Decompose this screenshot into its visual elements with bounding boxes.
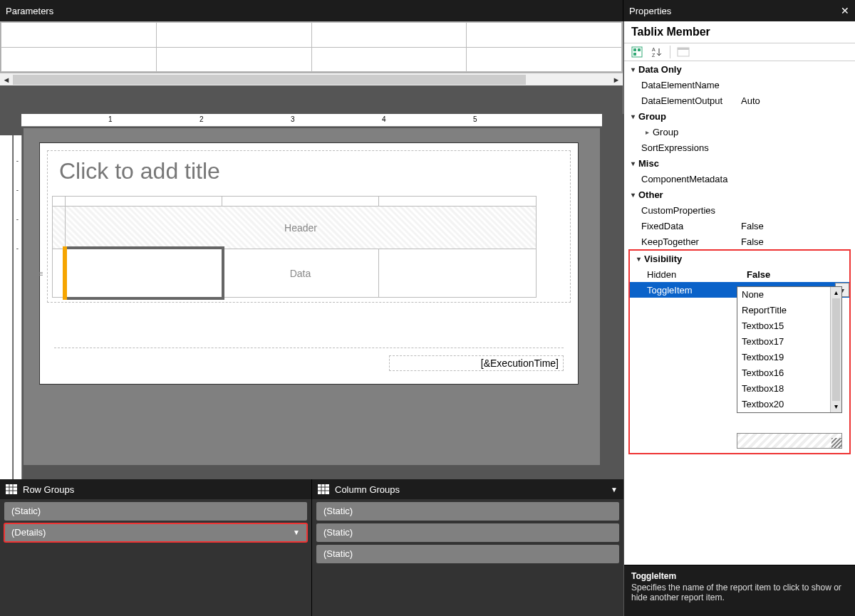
row-group-item-details[interactable]: (Details) ▼ [4, 523, 307, 542]
parameters-pane: ◄ ► [0, 21, 623, 114]
column-group-item[interactable]: (Static) [316, 523, 619, 542]
parameters-scrollbar[interactable]: ◄ ► [0, 73, 623, 85]
dropdown-option[interactable]: ReportTitle [737, 303, 841, 318]
prop-row-group[interactable]: ▸Group [624, 124, 855, 140]
scroll-thumb[interactable] [832, 298, 840, 401]
properties-header: Properties ✕ [623, 0, 855, 21]
svg-text:A: A [652, 47, 656, 52]
row-group-item[interactable]: (Static) [4, 502, 307, 521]
scroll-right-icon[interactable]: ► [610, 73, 623, 86]
tablix-selected-cell[interactable] [66, 249, 222, 298]
dropdown-option[interactable]: None [737, 287, 841, 303]
report-page[interactable]: Click to add title Header ≡ Data [39, 142, 579, 385]
property-description-name: ToggleItem [631, 571, 848, 581]
groups-pane: Row Groups (Static) (Details) ▼ Column G… [0, 479, 623, 616]
ruler-num: 3 [291, 115, 295, 123]
resize-grip-icon[interactable] [831, 438, 841, 448]
design-surface[interactable]: 1 2 3 4 5 -- -- Click to add title Heade… [0, 114, 623, 479]
row-group-label: (Static) [11, 502, 41, 521]
properties-toolbar: AZ [624, 43, 855, 61]
category-data-only[interactable]: ▾Data Only [624, 61, 855, 77]
property-description-text: Specifies the name of the report item to… [631, 583, 841, 602]
chevron-down-icon[interactable]: ▼ [293, 523, 300, 542]
horizontal-ruler: 1 2 3 4 5 [21, 114, 602, 127]
row-group-label: (Details) [11, 523, 46, 542]
dropdown-scrollbar[interactable]: ▴ ▾ [830, 287, 841, 412]
dropdown-option[interactable]: Textbox20 [737, 397, 841, 412]
column-groups-title: Column Groups [335, 484, 400, 495]
svg-rect-11 [633, 48, 636, 51]
table-icon [318, 484, 329, 494]
column-groups-pane: Column Groups ▼ (Static) (Static) (Stati… [311, 479, 623, 616]
svg-rect-13 [633, 53, 636, 56]
svg-rect-5 [318, 484, 329, 494]
column-group-item[interactable]: (Static) [316, 502, 619, 521]
toggleitem-value-editor[interactable] [737, 433, 842, 449]
parameters-header: Parameters [0, 0, 623, 21]
scroll-down-icon[interactable]: ▾ [831, 401, 841, 412]
category-visibility[interactable]: ▾Visibility [630, 251, 849, 266]
row-groups-pane: Row Groups (Static) (Details) ▼ [0, 479, 311, 616]
chevron-down-icon[interactable]: ▼ [611, 486, 618, 494]
ruler-num: 5 [473, 115, 477, 123]
prop-row-dataelementname[interactable]: DataElementName [624, 77, 855, 93]
dropdown-option[interactable]: Textbox17 [737, 334, 841, 350]
dropdown-option[interactable]: Textbox18 [737, 381, 841, 397]
properties-title: Properties [629, 6, 671, 16]
svg-rect-12 [638, 48, 641, 51]
tablix-header-cell[interactable]: Header [66, 207, 537, 249]
prop-row-fixeddata[interactable]: FixedDataFalse [624, 218, 855, 234]
dropdown-option[interactable]: Textbox16 [737, 365, 841, 381]
svg-rect-17 [678, 48, 689, 50]
ruler-num: 4 [382, 115, 386, 123]
column-group-item[interactable]: (Static) [316, 545, 619, 563]
alphabetical-view-button[interactable]: AZ [648, 45, 665, 59]
scroll-up-icon[interactable]: ▴ [831, 287, 841, 298]
execution-time-field[interactable]: [&ExecutionTime] [389, 355, 564, 371]
property-grid[interactable]: ▾Data Only DataElementName DataElementOu… [624, 61, 855, 565]
table-icon [6, 484, 17, 494]
prop-row-sortexpressions[interactable]: SortExpressions [624, 140, 855, 155]
prop-row-keeptogether[interactable]: KeepTogetherFalse [624, 234, 855, 249]
svg-rect-0 [6, 484, 17, 494]
prop-row-hidden[interactable]: HiddenFalse [630, 266, 849, 282]
dropdown-option[interactable]: Textbox19 [737, 350, 841, 365]
report-body[interactable]: Click to add title Header ≡ Data [47, 150, 571, 303]
ruler-num: 2 [200, 115, 204, 123]
categorized-view-button[interactable] [628, 45, 646, 59]
toggleitem-dropdown[interactable]: None ReportTitle Textbox15 Textbox17 Tex… [737, 286, 842, 413]
vertical-ruler-inner: -- -- [14, 135, 22, 479]
property-description: ToggleItem Specifies the name of the rep… [624, 565, 855, 616]
prop-row-customproperties[interactable]: CustomProperties [624, 202, 855, 218]
canvas[interactable]: Click to add title Header ≡ Data [24, 128, 600, 465]
tablix[interactable]: Header ≡ Data [52, 196, 537, 298]
row-handle-icon[interactable]: ≡ [38, 269, 43, 278]
title-placeholder[interactable]: Click to add title [52, 155, 566, 187]
dropdown-option[interactable]: Textbox15 [737, 318, 841, 334]
category-other[interactable]: ▾Other [624, 187, 855, 202]
tablix-data-cell[interactable] [379, 249, 537, 298]
category-group[interactable]: ▾Group [624, 108, 855, 124]
column-group-label: (Static) [323, 523, 353, 542]
ruler-num: 1 [108, 115, 113, 123]
prop-row-componentmetadata[interactable]: ComponentMetadata [624, 171, 855, 187]
column-group-label: (Static) [323, 502, 353, 521]
parameters-title: Parameters [6, 6, 53, 16]
category-misc[interactable]: ▾Misc [624, 155, 855, 171]
row-groups-title: Row Groups [23, 484, 74, 495]
scroll-left-icon[interactable]: ◄ [0, 73, 13, 86]
prop-row-dataelementoutput[interactable]: DataElementOutputAuto [624, 93, 855, 108]
visibility-section: ▾Visibility HiddenFalse ToggleItem ▾ Non… [628, 249, 851, 454]
close-icon[interactable]: ✕ [841, 5, 849, 16]
properties-object-name: Tablix Member [624, 21, 855, 43]
scroll-thumb[interactable] [13, 75, 526, 85]
parameters-grid[interactable] [0, 21, 623, 73]
property-pages-button [675, 45, 692, 59]
footer-separator [54, 348, 564, 348]
tablix-data-cell[interactable]: Data [222, 249, 379, 298]
svg-text:Z: Z [652, 53, 656, 58]
vertical-ruler-outer [0, 135, 13, 479]
column-group-label: (Static) [323, 545, 353, 563]
properties-panel: Tablix Member AZ ▾Data Only DataElementN… [623, 21, 855, 616]
